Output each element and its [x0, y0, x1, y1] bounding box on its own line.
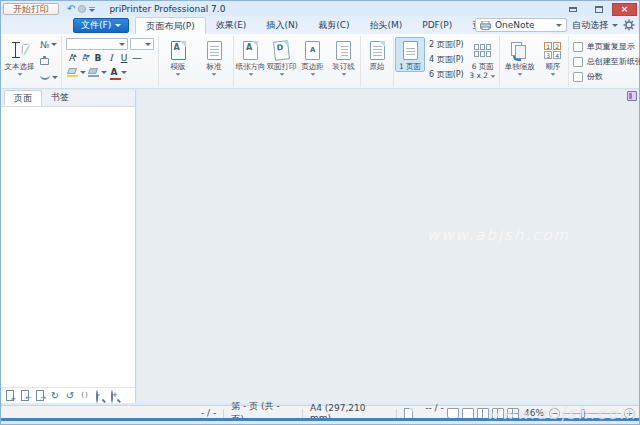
six-pages-grid-label2: 3 x 2 [469, 71, 488, 80]
six-pages-grid-button[interactable]: 6 页面 3 x 2 [468, 37, 498, 81]
page-setup-icon[interactable] [404, 408, 413, 419]
duplex-print-button[interactable]: D 双面打印 [266, 37, 297, 77]
six-pages-button[interactable]: 6 页面(P) [426, 68, 467, 82]
pages-sidebar: 页面 书签 + ← → ↻ ↺ () - + [1, 90, 136, 403]
printer-name: OneNote [495, 20, 535, 30]
thumbnail-view-icon[interactable] [507, 408, 519, 419]
chevron-down-icon [51, 43, 57, 46]
single-page-view-icon[interactable] [462, 408, 474, 419]
group-page-setup: A 纸张方向 D 双面打印 A 页边距 装订线 [233, 36, 360, 87]
arrow-down-icon [86, 55, 90, 58]
paper-mode-select[interactable]: 自动选择 [572, 19, 618, 32]
watermark-tool-button[interactable] [38, 71, 60, 84]
font-size-combo[interactable] [130, 38, 154, 50]
paper-orientation-button[interactable]: A 纸张方向 [235, 37, 266, 77]
insert-page-before-icon: ← [21, 390, 29, 401]
tab-effects[interactable]: 效果(E) [206, 17, 257, 34]
rotate-180-button[interactable]: () [78, 389, 92, 402]
zoom-slider-thumb[interactable] [581, 409, 585, 418]
font-color-button[interactable]: A [108, 66, 120, 78]
chevron-down-icon[interactable] [80, 71, 86, 74]
scale-separately-button[interactable]: 单独缩放 [501, 37, 539, 77]
arrow-up-icon [73, 54, 77, 57]
margins-button[interactable]: A 页边距 [297, 37, 328, 77]
standard-button[interactable]: 标准 [196, 37, 232, 77]
scale-separately-icon [511, 42, 529, 60]
highlight-button[interactable] [66, 66, 79, 78]
text-select-label: 文本选择 [5, 62, 35, 71]
add-page-button[interactable]: + [3, 389, 17, 402]
chevron-down-icon [279, 73, 284, 75]
book-view-icon[interactable] [447, 408, 459, 419]
rotate-ccw-button[interactable]: ↺ [63, 389, 77, 402]
underline-button[interactable]: U [118, 52, 130, 64]
margins-label: 页边距 [301, 62, 324, 71]
zoom-in-button[interactable]: + [624, 408, 635, 419]
tab-insert[interactable]: 插入(N) [256, 17, 308, 34]
rotate-cw-button[interactable]: ↻ [48, 389, 62, 402]
copies-label: 份数 [587, 71, 603, 82]
shrink-font-button[interactable]: A [79, 52, 91, 64]
tab-crop[interactable]: 裁剪(C) [308, 17, 359, 34]
tab-page-layout[interactable]: 页面布局(P) [135, 17, 205, 34]
font-family-combo[interactable] [66, 38, 128, 50]
grow-font-button[interactable]: A [66, 52, 78, 64]
zoom-out-thumbnails-button[interactable]: - [93, 389, 107, 402]
chevron-down-icon [612, 24, 618, 27]
sidebar-tab-bookmarks[interactable]: 书签 [42, 90, 78, 106]
standard-icon [207, 41, 222, 60]
chevron-down-icon[interactable] [121, 71, 127, 74]
tab-pdf[interactable]: PDF(P) [412, 17, 462, 34]
sidebar-tab-pages[interactable]: 页面 [4, 90, 42, 106]
highlighter-icon [67, 68, 78, 77]
stamp-tool-button[interactable] [38, 55, 60, 68]
preview-canvas[interactable]: www.abjsh.com [137, 90, 639, 403]
one-page-icon [403, 41, 418, 60]
italic-button[interactable]: I [105, 52, 117, 64]
template-button[interactable]: A 模版 [160, 37, 196, 77]
status-view-controls: 46% − + [447, 408, 635, 419]
two-pages-button[interactable]: 2 页面(P) [426, 38, 467, 52]
sidebar-tab-bar: 页面 书签 [1, 90, 135, 107]
chevron-down-icon [341, 73, 346, 75]
insert-page-before-button[interactable]: ← [18, 389, 32, 402]
zoom-in-thumbnails-button[interactable]: + [108, 389, 122, 402]
maximize-icon [595, 6, 603, 13]
chevron-down-icon[interactable] [101, 71, 107, 74]
copies-checkbox[interactable]: 份数 [573, 71, 603, 82]
insert-page-after-button[interactable]: → [33, 389, 47, 402]
file-menu-button[interactable]: 文件(F) [73, 18, 129, 33]
four-pages-button[interactable]: 4 页面(P) [426, 53, 467, 67]
maximize-button[interactable] [586, 3, 611, 16]
text-select-button[interactable]: 文本选择 [3, 37, 36, 77]
undo-icon[interactable]: ↶ [67, 4, 75, 14]
minimize-button[interactable] [560, 3, 585, 16]
zoom-out-button[interactable]: − [549, 408, 560, 419]
zoom-slider-track [563, 413, 621, 414]
facing-pages-view-icon[interactable] [477, 408, 489, 419]
order-button[interactable]: 1234 顺序 [539, 37, 567, 77]
start-print-button[interactable]: 开始打印 [3, 3, 59, 15]
gutter-button[interactable]: 装订线 [328, 37, 359, 77]
repeat-page-checkbox[interactable]: 单页重复显示 [573, 41, 635, 52]
original-button[interactable]: 原始 [362, 37, 392, 72]
pen-color-button[interactable] [87, 66, 100, 78]
zoom-slider[interactable] [563, 408, 621, 419]
tab-header[interactable]: 抬头(M) [359, 17, 412, 34]
new-sheet-checkbox[interactable]: 总创建至新纸张 [573, 56, 640, 67]
gutter-label: 装订线 [332, 62, 355, 71]
one-page-button[interactable]: 1 页面 [395, 37, 425, 72]
qat-customize-button[interactable] [89, 7, 95, 12]
font-color-icon: A [111, 68, 118, 77]
settings-gear-icon[interactable] [623, 19, 635, 31]
continuous-view-icon[interactable] [492, 408, 504, 419]
strikethrough-button[interactable]: — [131, 52, 143, 64]
chevron-down-icon [248, 73, 253, 75]
printer-select[interactable]: OneNote [475, 18, 567, 32]
minimize-icon [569, 7, 577, 12]
close-button[interactable]: × [612, 3, 637, 16]
pane-toggle-icon[interactable] [627, 91, 637, 101]
comment-icon[interactable] [78, 5, 86, 13]
note-tool-button[interactable]: № [38, 38, 60, 51]
bold-button[interactable]: B [92, 52, 104, 64]
